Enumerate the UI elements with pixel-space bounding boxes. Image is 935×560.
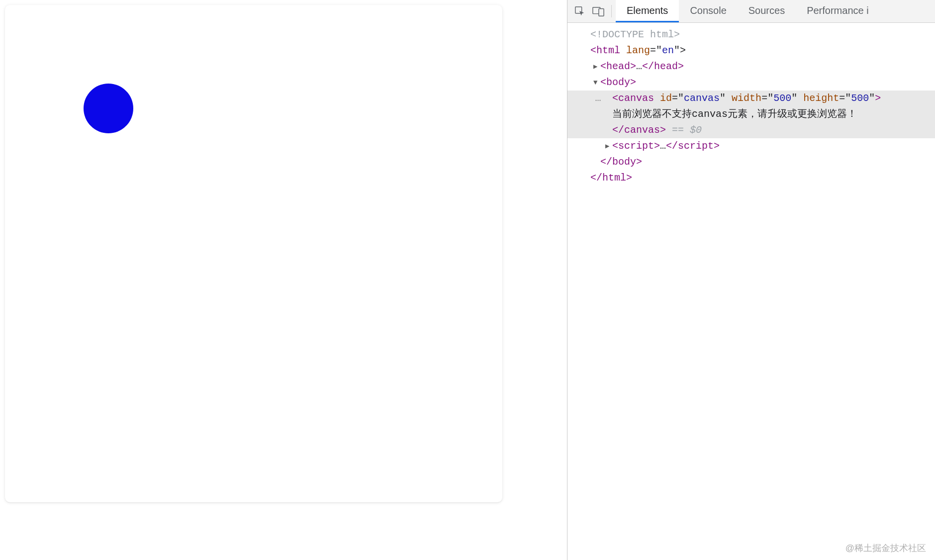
dom-canvas-fallback[interactable]: 当前浏览器不支持canvas元素，请升级或更换浏览器！ xyxy=(567,106,935,122)
dom-tree[interactable]: <!DOCTYPE html> <html lang="en"> ▶<head>… xyxy=(567,23,935,560)
collapse-arrow-icon[interactable]: ▼ xyxy=(593,77,600,88)
tab-elements[interactable]: Elements xyxy=(616,0,679,22)
tab-performance-label: Performance i xyxy=(807,5,869,16)
canvas-fallback-text: 当前浏览器不支持canvas元素，请升级或更换浏览器！ xyxy=(612,108,857,120)
dom-head[interactable]: ▶<head>…</head> xyxy=(567,59,935,75)
dom-canvas-close[interactable]: </canvas> == $0 xyxy=(567,122,935,138)
watermark-text: @稀土掘金技术社区 xyxy=(845,542,926,554)
expand-arrow-icon[interactable]: ▶ xyxy=(593,61,600,72)
svg-rect-3 xyxy=(599,8,604,16)
tab-console[interactable]: Console xyxy=(679,0,737,22)
page-viewport xyxy=(0,0,567,560)
rendered-page-card xyxy=(5,5,502,502)
dollar-zero-ref: $0 xyxy=(690,124,702,136)
tab-performance[interactable]: Performance i xyxy=(796,0,880,22)
devtools-toolbar-icons xyxy=(567,0,609,22)
tab-sources-label: Sources xyxy=(748,5,785,16)
device-toolbar-icon[interactable] xyxy=(592,6,604,17)
dom-doctype-text: <!DOCTYPE html> xyxy=(590,29,680,40)
devtools-tabbar: Elements Console Sources Performance i xyxy=(567,0,935,23)
dom-html-close[interactable]: </html> xyxy=(567,170,935,186)
devtools-tabs: Elements Console Sources Performance i xyxy=(616,0,880,22)
inspect-element-icon[interactable] xyxy=(574,6,585,17)
dom-script[interactable]: ▶<script>…</script> xyxy=(567,138,935,154)
dom-doctype[interactable]: <!DOCTYPE html> xyxy=(567,27,935,43)
expand-arrow-icon[interactable]: ▶ xyxy=(605,141,612,152)
dom-body-close[interactable]: </body> xyxy=(567,154,935,170)
blue-circle-icon xyxy=(84,84,133,133)
dom-canvas-open[interactable]: …<canvas id="canvas" width="500" height=… xyxy=(567,91,935,106)
tab-elements-label: Elements xyxy=(627,5,668,16)
dom-html-open[interactable]: <html lang="en"> xyxy=(567,43,935,59)
toolbar-divider xyxy=(611,5,612,17)
tab-console-label: Console xyxy=(690,5,726,16)
devtools-panel: Elements Console Sources Performance i <… xyxy=(567,0,935,560)
tab-sources[interactable]: Sources xyxy=(738,0,796,22)
svg-point-0 xyxy=(84,84,133,133)
selected-marker-icon: … xyxy=(591,91,605,106)
dom-body-open[interactable]: ▼<body> xyxy=(567,75,935,91)
